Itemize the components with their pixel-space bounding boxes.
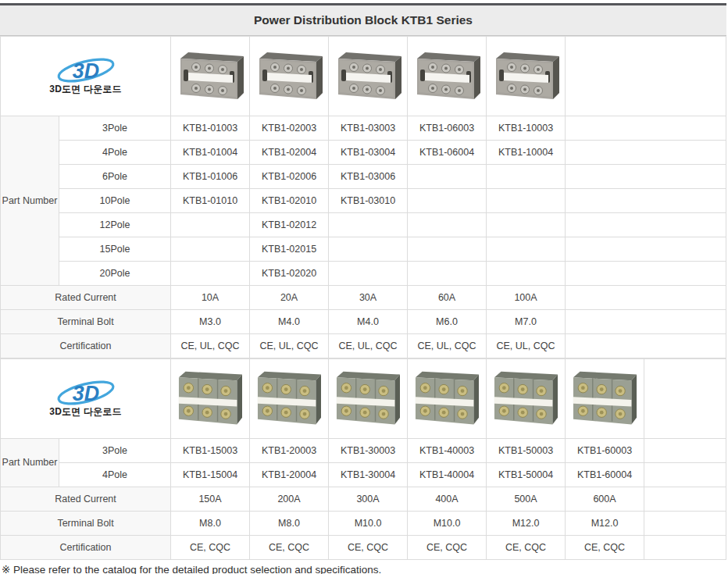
logo-caption: 3D도면 다운로드: [49, 405, 121, 419]
pole-label: 10Pole: [59, 189, 171, 213]
empty-cell: [566, 116, 726, 141]
part-number-cell: [329, 262, 408, 286]
part-number-cell: KTB1-20004: [250, 463, 329, 487]
part-number-cell: KTB1-20003: [250, 439, 329, 463]
rated-current-cell: 200A: [250, 487, 329, 512]
terminal-bolt-cell: M7.0: [487, 310, 566, 334]
part-number-cell: KTB1-50004: [487, 463, 566, 487]
empty-cell: [566, 237, 726, 262]
certification-cell: CE, CQC: [487, 536, 566, 560]
spec-row-label: Certification: [1, 334, 171, 358]
rated-current-cell: 60A: [408, 286, 487, 310]
product-image-cell: [329, 37, 408, 116]
terminal-block-image: [409, 48, 484, 105]
part-number-cell: [487, 237, 566, 262]
part-number-cell: KTB1-06003: [408, 116, 487, 141]
empty-cell: [566, 141, 726, 165]
rated-current-cell: 150A: [171, 487, 250, 512]
part-number-cell: [329, 237, 408, 262]
terminal-block-image: [409, 367, 484, 431]
table-row: 4Pole KTB1-15004 KTB1-20004 KTB1-30004 K…: [1, 463, 726, 487]
part-number-cell: KTB1-02012: [250, 213, 329, 237]
certification-cell: CE, UL, CQC: [329, 334, 408, 358]
product-image-cell: [408, 37, 487, 116]
rated-current-cell: 30A: [329, 286, 408, 310]
table-row: Terminal Bolt M8.0 M8.0 M10.0 M10.0 M12.…: [1, 512, 726, 536]
part-number-cell: KTB1-03003: [329, 116, 408, 141]
terminal-block-image: [252, 367, 327, 431]
part-number-cell: [329, 213, 408, 237]
terminal-block-image: [330, 48, 405, 105]
empty-cell: [644, 487, 726, 512]
part-number-cell: [408, 237, 487, 262]
rated-current-cell: 600A: [566, 487, 644, 512]
part-number-cell: KTB1-03010: [329, 189, 408, 213]
table-row: Part Number 3Pole KTB1-01003 KTB1-02003 …: [1, 116, 726, 141]
spec-row-label: Rated Current: [1, 487, 171, 512]
part-number-cell: [487, 165, 566, 189]
empty-cell: [644, 512, 726, 536]
table-row: 6Pole KTB1-01006 KTB1-02006 KTB1-03006: [1, 165, 726, 189]
terminal-block-image: [330, 367, 405, 431]
part-number-cell: [487, 213, 566, 237]
certification-cell: CE, CQC: [408, 536, 487, 560]
part-number-cell: KTB1-02020: [250, 262, 329, 286]
part-number-cell: KTB1-40004: [408, 463, 487, 487]
table-row: Rated Current 150A 200A 300A 400A 500A 6…: [1, 487, 726, 512]
logo-cell: 3D 3D도면 다운로드: [1, 359, 171, 439]
terminal-block-image: [173, 48, 248, 105]
empty-cell: [644, 463, 726, 487]
terminal-bolt-cell: M12.0: [566, 512, 644, 536]
empty-cell: [566, 189, 726, 213]
certification-cell: CE, UL, CQC: [487, 334, 566, 358]
empty-cell: [566, 37, 726, 116]
product-image-cell: [250, 359, 329, 439]
rated-current-cell: 10A: [171, 286, 250, 310]
table-row: 12Pole KTB1-02012: [1, 213, 726, 237]
pole-label: 3Pole: [59, 439, 171, 463]
logo-3d-download[interactable]: 3D 3D도면 다운로드: [49, 379, 121, 419]
part-number-cell: KTB1-01006: [171, 165, 250, 189]
part-number-cell: KTB1-60004: [566, 463, 644, 487]
terminal-bolt-cell: M12.0: [487, 512, 566, 536]
part-number-cell: KTB1-15003: [171, 439, 250, 463]
table-row: 15Pole KTB1-02015: [1, 237, 726, 262]
part-number-cell: KTB1-03006: [329, 165, 408, 189]
terminal-block-image: [567, 367, 642, 431]
spec-row-label: Terminal Bolt: [1, 310, 171, 334]
part-number-cell: KTB1-01010: [171, 189, 250, 213]
part-number-cell: [171, 237, 250, 262]
table-row: 4Pole KTB1-01004 KTB1-02004 KTB1-03004 K…: [1, 141, 726, 165]
spec-row-label: Terminal Bolt: [1, 512, 171, 536]
terminal-bolt-cell: M8.0: [171, 512, 250, 536]
footnote: ※ Please refer to the catalog for the de…: [0, 560, 726, 574]
part-number-cell: [171, 213, 250, 237]
rated-current-cell: 100A: [487, 286, 566, 310]
empty-cell: [566, 262, 726, 286]
empty-cell: [566, 165, 726, 189]
part-number-cell: KTB1-02015: [250, 237, 329, 262]
empty-cell: [566, 334, 726, 358]
product-image-cell: [487, 37, 566, 116]
table-row: 20Pole KTB1-02020: [1, 262, 726, 286]
product-image-cell: [171, 37, 250, 116]
terminal-block-image: [173, 367, 248, 431]
terminal-bolt-cell: M10.0: [408, 512, 487, 536]
spec-table-1: 3D 3D도면 다운로드 Part Number 3Pole KTB1-0100…: [0, 36, 726, 358]
terminal-block-image: [488, 367, 563, 431]
terminal-bolt-cell: M4.0: [329, 310, 408, 334]
certification-cell: CE, CQC: [171, 536, 250, 560]
logo-3d-download[interactable]: 3D 3D도면 다운로드: [49, 56, 121, 96]
pole-label: 6Pole: [59, 165, 171, 189]
part-number-cell: KTB1-40003: [408, 439, 487, 463]
part-number-cell: KTB1-03004: [329, 141, 408, 165]
part-number-cell: [408, 189, 487, 213]
part-number-cell: KTB1-50003: [487, 439, 566, 463]
certification-cell: CE, CQC: [250, 536, 329, 560]
part-number-cell: KTB1-01003: [171, 116, 250, 141]
rated-current-cell: 20A: [250, 286, 329, 310]
table-row: Terminal Bolt M3.0 M4.0 M4.0 M6.0 M7.0: [1, 310, 726, 334]
empty-cell: [644, 536, 726, 560]
logo-caption: 3D도면 다운로드: [49, 83, 121, 96]
terminal-bolt-cell: M6.0: [408, 310, 487, 334]
